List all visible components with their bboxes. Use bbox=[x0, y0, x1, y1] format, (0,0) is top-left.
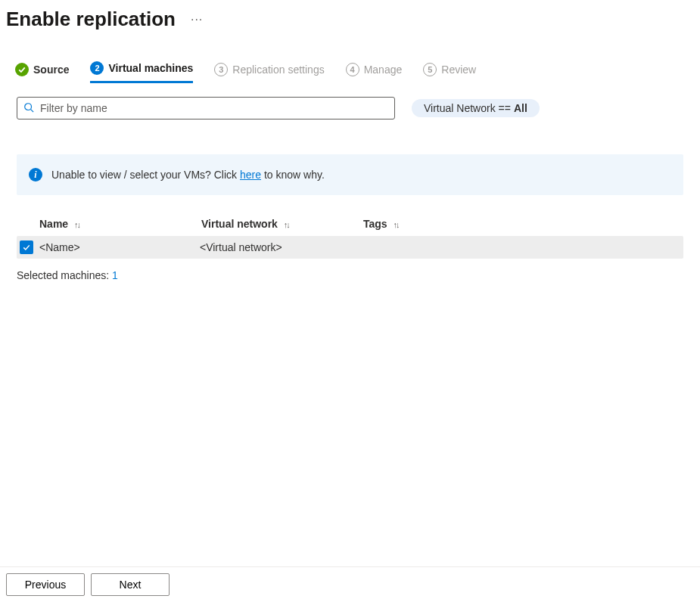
step-number-icon: 2 bbox=[90, 61, 104, 75]
info-banner: i Unable to view / select your VMs? Clic… bbox=[17, 154, 683, 195]
table-row[interactable]: <Name> <Virtual network> bbox=[17, 236, 683, 259]
selected-machines-summary: Selected machines: 1 bbox=[17, 269, 683, 281]
previous-button[interactable]: Previous bbox=[6, 573, 85, 596]
step-review[interactable]: 5 Review bbox=[423, 63, 476, 82]
svg-point-0 bbox=[25, 103, 32, 110]
column-header-name[interactable]: Name ↑↓ bbox=[39, 218, 201, 230]
row-checkbox[interactable] bbox=[20, 240, 33, 254]
sort-icon: ↑↓ bbox=[74, 220, 79, 229]
step-manage[interactable]: 4 Manage bbox=[346, 63, 403, 82]
next-button[interactable]: Next bbox=[91, 573, 170, 596]
sort-icon: ↑↓ bbox=[394, 220, 399, 229]
step-source[interactable]: Source bbox=[15, 63, 69, 82]
step-number-icon: 4 bbox=[346, 63, 359, 76]
step-label: Manage bbox=[364, 64, 403, 76]
virtual-network-filter-pill[interactable]: Virtual Network == All bbox=[412, 99, 540, 117]
search-input[interactable] bbox=[39, 101, 388, 115]
wizard-steps: Source 2 Virtual machines 3 Replication … bbox=[6, 61, 694, 83]
step-label: Virtual machines bbox=[108, 62, 193, 74]
svg-line-1 bbox=[31, 109, 34, 112]
column-header-label: Tags bbox=[363, 218, 387, 230]
sort-icon: ↑↓ bbox=[284, 220, 289, 229]
column-header-virtual-network[interactable]: Virtual network ↑↓ bbox=[201, 218, 363, 230]
filter-pill-value: All bbox=[514, 102, 527, 114]
info-text-after: to know why. bbox=[261, 169, 325, 181]
more-actions-icon[interactable]: ··· bbox=[191, 13, 203, 26]
step-label: Source bbox=[33, 64, 69, 76]
step-number-icon: 5 bbox=[423, 63, 437, 76]
page-title: Enable replication bbox=[6, 8, 176, 31]
cell-virtual-network: <Virtual network> bbox=[200, 241, 282, 253]
vm-table: Name ↑↓ Virtual network ↑↓ Tags ↑↓ <Name… bbox=[17, 212, 683, 259]
info-link[interactable]: here bbox=[240, 169, 261, 181]
info-icon: i bbox=[29, 168, 42, 182]
info-text-before: Unable to view / select your VMs? Click bbox=[51, 169, 240, 181]
column-header-tags[interactable]: Tags ↑↓ bbox=[363, 218, 515, 230]
step-virtual-machines[interactable]: 2 Virtual machines bbox=[90, 61, 193, 83]
column-header-label: Name bbox=[39, 218, 68, 230]
step-label: Replication settings bbox=[232, 64, 324, 76]
step-number-icon: 3 bbox=[214, 63, 228, 76]
cell-name: <Name> bbox=[39, 241, 80, 253]
search-field-wrap[interactable] bbox=[17, 97, 395, 119]
wizard-footer: Previous Next bbox=[0, 566, 700, 602]
selected-count: 1 bbox=[112, 269, 118, 281]
column-header-label: Virtual network bbox=[201, 218, 278, 230]
table-header: Name ↑↓ Virtual network ↑↓ Tags ↑↓ bbox=[17, 212, 683, 236]
selected-label: Selected machines: bbox=[17, 269, 112, 281]
step-label: Review bbox=[441, 64, 476, 76]
search-icon bbox=[23, 102, 34, 115]
info-text: Unable to view / select your VMs? Click … bbox=[51, 169, 325, 181]
check-icon bbox=[15, 63, 29, 76]
step-replication-settings[interactable]: 3 Replication settings bbox=[214, 63, 324, 82]
filter-pill-prefix: Virtual Network == bbox=[424, 102, 511, 114]
